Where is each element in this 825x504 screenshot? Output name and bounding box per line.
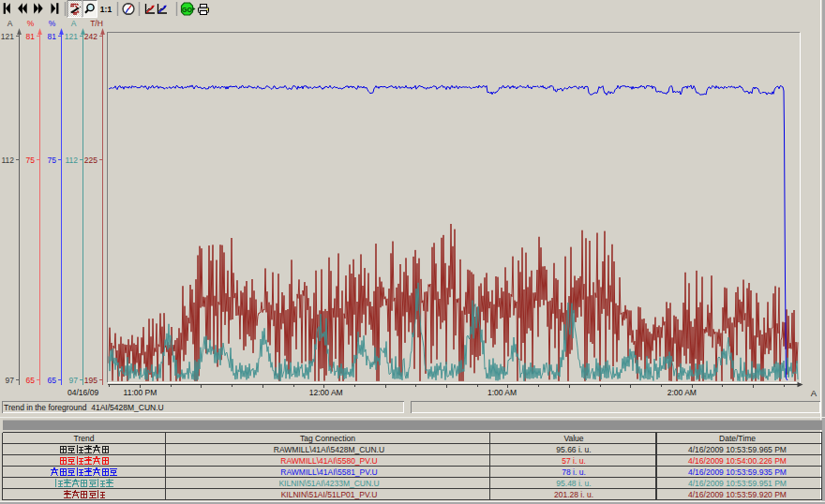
svg-text:81: 81: [26, 32, 36, 41]
svg-text:RAWMILL\41AI\5581_PV.U: RAWMILL\41AI\5581_PV.U: [280, 467, 377, 477]
svg-text:81: 81: [48, 32, 57, 41]
svg-text:57 i. u.: 57 i. u.: [562, 456, 586, 466]
svg-text:78 i. u.: 78 i. u.: [562, 467, 586, 477]
svg-text:2:00 AM: 2:00 AM: [668, 388, 697, 397]
svg-text:KILNIN\51AI/51LP01_PV.U: KILNIN\51AI/51LP01_PV.U: [281, 490, 378, 499]
svg-text:Tag Connection: Tag Connection: [300, 434, 355, 443]
svg-text:A: A: [71, 19, 77, 28]
svg-text:RAWMILL\41AI\5580_PV.U: RAWMILL\41AI\5580_PV.U: [280, 456, 377, 466]
svg-text:121: 121: [65, 32, 78, 41]
svg-text:195: 195: [84, 376, 98, 385]
svg-text:112: 112: [65, 156, 78, 165]
svg-text:95.48 i. u.: 95.48 i. u.: [556, 479, 591, 488]
svg-text:A: A: [8, 19, 13, 28]
svg-text:RAWMILL\41AI\5428M_CUN.U: RAWMILL\41AI\5428M_CUN.U: [274, 445, 384, 454]
svg-text:KILNIN\51AI\4233M_CUN.U: KILNIN\51AI\4233M_CUN.U: [278, 479, 379, 488]
svg-text:121: 121: [1, 32, 14, 41]
svg-text:%: %: [49, 19, 56, 28]
svg-text:4/16/2009 10:53:59.935 PM: 4/16/2009 10:53:59.935 PM: [688, 467, 787, 477]
svg-text:Date/Time: Date/Time: [719, 434, 756, 443]
svg-text:1:1: 1:1: [100, 5, 112, 14]
svg-text:T/H: T/H: [90, 19, 103, 28]
svg-text:242: 242: [84, 32, 98, 41]
svg-text:Trend: Trend: [74, 434, 95, 443]
svg-text:75: 75: [26, 156, 36, 165]
svg-text:1:00 AM: 1:00 AM: [488, 388, 517, 397]
svg-text:97: 97: [69, 376, 79, 385]
svg-text:04/16/09: 04/16/09: [68, 388, 98, 397]
svg-text:97: 97: [6, 376, 15, 385]
svg-text:%: %: [27, 19, 35, 28]
svg-text:4/16/2009 10:53:59.951 PM: 4/16/2009 10:53:59.951 PM: [688, 479, 787, 488]
svg-text:11:00 PM: 11:00 PM: [124, 388, 158, 397]
svg-text:4/16/2009 10:53:59.920 PM: 4/16/2009 10:53:59.920 PM: [688, 490, 787, 499]
svg-text:112: 112: [1, 156, 14, 165]
svg-text:12:00 AM: 12:00 AM: [309, 388, 343, 397]
svg-text:65: 65: [26, 376, 36, 385]
svg-text:4/16/2009 10:53:59.965 PM: 4/16/2009 10:53:59.965 PM: [688, 445, 787, 454]
svg-text:Trend in the foreground 41AI/: Trend in the foreground 41AI/5428M_CUN.U: [4, 403, 164, 412]
svg-text:225: 225: [84, 156, 98, 165]
svg-text:201.28 i. u.: 201.28 i. u.: [554, 490, 593, 499]
svg-text:4/16/2009 10:54:00.226 PM: 4/16/2009 10:54:00.226 PM: [688, 456, 787, 466]
svg-text:Value: Value: [563, 434, 583, 443]
svg-text:65: 65: [48, 376, 57, 385]
svg-text:95.66 i. u.: 95.66 i. u.: [556, 445, 591, 454]
svg-text:A: A: [811, 388, 818, 398]
svg-text:75: 75: [48, 156, 57, 165]
svg-text:GO: GO: [182, 7, 192, 13]
